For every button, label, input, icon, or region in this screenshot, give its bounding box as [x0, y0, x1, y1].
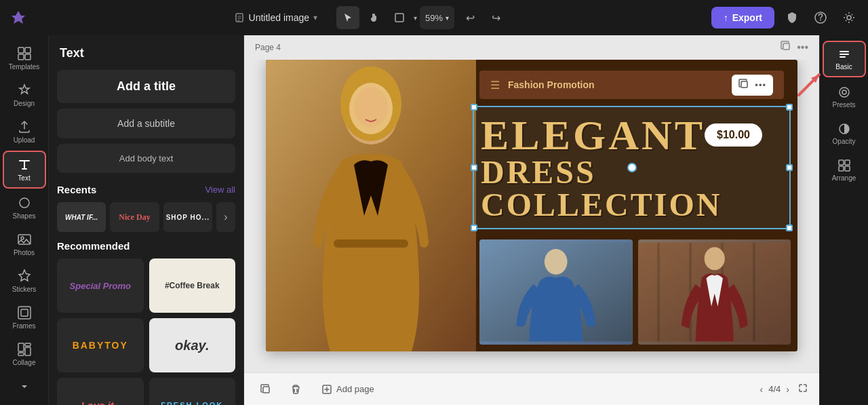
svg-rect-38 [839, 160, 844, 165]
right-panel-arrange[interactable]: Arrange [823, 153, 866, 187]
copy-page-button[interactable] [781, 41, 791, 54]
model-image-left[interactable] [266, 60, 476, 351]
zoom-level: 59% [425, 13, 443, 23]
add-title-button[interactable]: Add a title [57, 70, 235, 103]
rec-coffeebreak-label: #Coffee Break [165, 281, 220, 290]
copy-frame-button[interactable] [255, 379, 277, 400]
sidebar-item-collage-label: Collage [13, 359, 36, 366]
sidebar-item-text-label: Text [18, 174, 30, 182]
rec-item-coffeebreak[interactable]: #Coffee Break [149, 258, 236, 313]
handle-bottom-right[interactable] [786, 225, 793, 231]
svg-point-10 [21, 237, 24, 239]
zoom-button[interactable]: 59% ▾ [420, 6, 454, 29]
page-label: Page 4 [255, 43, 281, 52]
handle-bottom-left[interactable] [471, 225, 477, 231]
price-tag[interactable]: $10.00 [705, 123, 762, 147]
recent-niceday-label: Nice Day [119, 212, 150, 223]
right-properties-panel: Basic Presets Opacity Arrange [819, 35, 868, 405]
add-body-button[interactable]: Add body text [57, 144, 235, 173]
sidebar-item-shapes[interactable]: Shapes [3, 190, 46, 225]
recents-next-button[interactable]: › [216, 202, 235, 232]
svg-rect-12 [21, 309, 28, 316]
page-navigator: ‹ 4/4 › [760, 384, 789, 395]
header-action-group[interactable]: ••• [732, 75, 773, 96]
page-options-button[interactable]: ••• [797, 41, 808, 54]
help-icon-button[interactable] [810, 7, 831, 28]
sidebar-item-photos[interactable]: Photos [3, 227, 46, 262]
sidebar-item-more[interactable] [3, 373, 46, 399]
logo-icon [8, 7, 28, 28]
sidebar-item-frames[interactable]: Frames [3, 300, 46, 335]
svg-rect-22 [334, 239, 408, 248]
svg-rect-39 [845, 160, 850, 165]
export-label: Export [732, 12, 762, 23]
topbar-center: Page 4 Untitled image ▾ ▾ 59% ▾ ↩ ↪ [35, 6, 705, 29]
document-name: Untitled image [249, 12, 310, 23]
handle-mid-left[interactable] [471, 164, 477, 171]
rec-item-loveit[interactable]: Love it . [57, 378, 144, 405]
right-panel-opacity[interactable]: Opacity [823, 117, 866, 151]
next-page-button[interactable]: › [786, 384, 789, 395]
undo-button[interactable]: ↩ [460, 7, 480, 28]
add-subtitle-button[interactable]: Add a subtitle [57, 109, 235, 138]
sidebar-item-design[interactable]: Design [3, 77, 46, 113]
recent-item-shophop[interactable]: SHOP HO... [163, 202, 212, 232]
select-tool-button[interactable] [336, 6, 359, 29]
export-button[interactable]: ↑ Export [711, 7, 774, 28]
export-icon: ↑ [724, 12, 728, 23]
svg-rect-5 [25, 47, 31, 53]
svg-rect-15 [25, 343, 31, 346]
sidebar-item-stickers-label: Stickers [12, 286, 37, 293]
panel-title: Text [57, 46, 235, 60]
right-panel-presets[interactable]: Presets [823, 80, 866, 114]
prev-page-button[interactable]: ‹ [760, 384, 764, 395]
recent-item-niceday[interactable]: Nice Day [110, 202, 159, 232]
sidebar-item-text[interactable]: Text [3, 151, 46, 189]
expand-button[interactable] [797, 383, 808, 396]
sidebar-item-shapes-label: Shapes [13, 212, 36, 220]
canvas-inner: ☰ Fashion Promotion ••• [266, 60, 797, 351]
right-panel-basic[interactable]: Basic [823, 41, 866, 77]
zoom-chevron-icon: ▾ [446, 14, 449, 22]
sidebar-item-stickers[interactable]: Stickers [3, 263, 46, 298]
right-panel-opacity-label: Opacity [833, 138, 856, 145]
chevron-down-icon: ▾ [414, 14, 417, 22]
delete-frame-button[interactable] [285, 379, 307, 400]
model-blue-svg [479, 239, 633, 345]
sidebar-item-upload[interactable]: Upload [3, 114, 46, 149]
bottom-bar: Add page ‹ 4/4 › [244, 372, 819, 405]
shield-icon-button[interactable] [781, 7, 803, 28]
document-title-area[interactable]: Page 4 Untitled image ▾ [234, 12, 318, 23]
svg-rect-11 [18, 307, 31, 319]
svg-point-35 [840, 88, 849, 97]
rec-item-specialpromo[interactable]: Special Promo [57, 258, 144, 313]
hand-tool-button[interactable] [362, 6, 385, 29]
view-all-button[interactable]: View all [205, 185, 235, 195]
handle-top-right[interactable] [786, 104, 793, 111]
sidebar-item-collage[interactable]: Collage [3, 336, 46, 372]
menu-icon: ☰ [490, 79, 500, 92]
frame-tool-button[interactable] [388, 6, 411, 29]
canvas-scroll[interactable]: ☰ Fashion Promotion ••• [244, 60, 819, 372]
text-panel: Text Add a title Add a subtitle Add body… [49, 35, 244, 405]
photo-model-red[interactable] [638, 239, 791, 345]
photo-model-blue[interactable] [479, 239, 633, 345]
svg-point-36 [842, 90, 846, 94]
recent-whatif-label: WHAT IF... [65, 214, 98, 221]
rec-item-okay[interactable]: okay. [149, 318, 236, 372]
svg-rect-40 [839, 166, 844, 171]
main-text-block[interactable]: ELEGANT $10.00 DRESS COLLECTION [473, 106, 791, 229]
sidebar-item-templates[interactable]: Templates [3, 41, 46, 76]
settings-icon-button[interactable] [838, 7, 860, 28]
rec-babytoy-label: BABYTOY [73, 340, 128, 351]
handle-top-left[interactable] [471, 104, 477, 111]
rec-item-babytoy[interactable]: BABYTOY [57, 318, 144, 372]
recent-item-whatif[interactable]: WHAT IF... [57, 202, 106, 232]
rec-item-freshlook[interactable]: FRESH LOOK [149, 378, 236, 405]
rotate-handle[interactable] [627, 163, 637, 172]
add-page-button[interactable]: Add page [315, 380, 381, 399]
redo-button[interactable]: ↪ [486, 7, 506, 28]
right-panel-presets-label: Presets [833, 101, 856, 109]
handle-mid-right[interactable] [786, 164, 793, 171]
right-panel-basic-label: Basic [835, 63, 852, 71]
